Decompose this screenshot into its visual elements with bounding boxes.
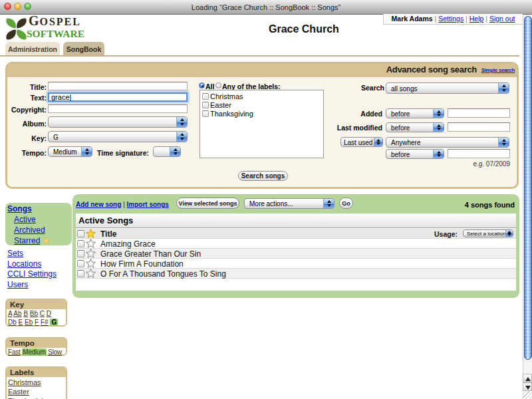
svg-text:OSPEL: OSPEL bbox=[40, 16, 81, 27]
svg-text:G: G bbox=[29, 16, 39, 28]
svg-text:SOFTWARE: SOFTWARE bbox=[27, 28, 84, 39]
